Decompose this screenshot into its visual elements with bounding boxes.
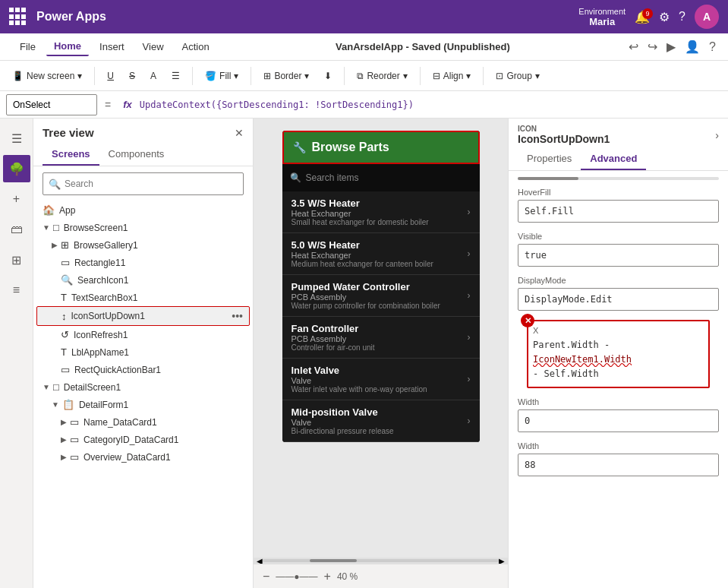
- props-tabs: Properties Advanced: [509, 148, 728, 171]
- data-icon-btn[interactable]: 🗃: [3, 216, 30, 243]
- error-box: ✕ X Parent.Width - IconNewItem1.Width - …: [527, 320, 710, 388]
- menu-action[interactable]: Action: [175, 38, 217, 55]
- canvas-scroll[interactable]: 🔧 Browse Parts 🔍 Search items 3.5 W/S He…: [254, 119, 508, 558]
- tree-item-browsegallery[interactable]: ▶ ⊞ BrowseGallery1: [36, 236, 250, 254]
- hoverfill-label: HoverFill: [518, 188, 719, 197]
- rect11-label: Rectangle11: [74, 258, 244, 268]
- tree-item-lblappname[interactable]: T LblAppName1: [36, 343, 250, 361]
- person-icon[interactable]: 👤: [685, 40, 700, 54]
- reorder-button[interactable]: ⧉ Reorder ▾: [351, 68, 413, 84]
- canvas-list-item-1[interactable]: 5.0 W/S Heater Heat Exchanger Medium hea…: [282, 233, 480, 275]
- list-item-text-3: Fan Controller PCB Assembly Controller f…: [292, 323, 468, 352]
- canvas-scrollbar[interactable]: ◀ ▶: [254, 558, 508, 564]
- font-format-button[interactable]: A: [144, 68, 162, 84]
- zoom-plus-button[interactable]: +: [324, 570, 331, 583]
- fill-chevron: ▾: [234, 71, 238, 81]
- canvas-list-item-0[interactable]: 3.5 W/S Heater Heat Exchanger Small heat…: [282, 191, 480, 233]
- canvas-list-item-3[interactable]: Fan Controller PCB Assembly Controller f…: [282, 317, 480, 359]
- tree-close-button[interactable]: ✕: [235, 127, 244, 139]
- help-icon[interactable]: ?: [679, 10, 685, 24]
- redo-icon[interactable]: ↪: [648, 40, 657, 54]
- tree-item-iconsortupdown[interactable]: ↕ IconSortUpDown1 •••: [36, 306, 250, 326]
- group-label: Group: [506, 71, 531, 81]
- property-dropdown[interactable]: OnSelect: [6, 94, 97, 115]
- toolbar-divider-1: [94, 67, 95, 85]
- tree-item-categorydatacard[interactable]: ▶ ▭ CategoryID_DataCard1: [36, 431, 250, 448]
- displaymode-input[interactable]: [518, 288, 719, 311]
- help-menu-icon[interactable]: ?: [709, 40, 716, 54]
- tree-item-detailscreen[interactable]: ▼ □ DetailScreen1: [36, 378, 250, 396]
- list-item-desc-1: Medium heat exchanger for canteen boiler: [292, 260, 468, 268]
- tree-item-browsescreen[interactable]: ▼ □ BrowseScreen1: [36, 219, 250, 236]
- tree-item-textsearchbox[interactable]: T TextSearchBox1: [36, 289, 250, 306]
- props-displaymode-section: DisplayMode: [509, 271, 728, 315]
- tree-content: 🏠 App ▼ □ BrowseScreen1 ▶ ⊞ BrowseGaller…: [33, 201, 253, 588]
- settings-icon[interactable]: ⚙: [659, 10, 670, 24]
- hamburger-icon-btn[interactable]: ☰: [3, 125, 30, 152]
- hoverfill-input[interactable]: [518, 200, 719, 223]
- detailform-chevron: ▼: [52, 400, 59, 409]
- border-button[interactable]: ⊞ Border ▾: [257, 68, 315, 84]
- menu-icons: ↩ ↪ ▶ 👤 ?: [629, 40, 716, 54]
- down-arrow-button[interactable]: ⬇: [318, 68, 338, 84]
- more-button[interactable]: •••: [232, 310, 243, 322]
- phone-search-text: Search items: [306, 172, 359, 183]
- new-screen-button[interactable]: 📱 New screen ▾: [6, 68, 88, 84]
- border-label: Border: [274, 71, 301, 81]
- add-icon-btn[interactable]: +: [3, 185, 30, 213]
- tab-components[interactable]: Components: [99, 144, 174, 166]
- formula-input[interactable]: [140, 94, 722, 115]
- tree-item-detailform[interactable]: ▼ 📋 DetailForm1: [36, 396, 250, 413]
- tree-item-namedatacard[interactable]: ▶ ▭ Name_DataCard1: [36, 413, 250, 431]
- tree-item-app[interactable]: 🏠 App: [36, 201, 250, 219]
- scroll-thumb[interactable]: [310, 559, 357, 562]
- user-avatar[interactable]: A: [695, 5, 719, 29]
- variables-icon-btn[interactable]: ≡: [3, 277, 30, 304]
- tab-screens[interactable]: Screens: [43, 144, 99, 166]
- props-expand-icon[interactable]: ›: [715, 129, 719, 141]
- menu-view[interactable]: View: [135, 38, 172, 55]
- tree-item-rect11[interactable]: ▭ Rectangle11: [36, 254, 250, 271]
- canvas-list-item-5[interactable]: Mid-position Valve Valve Bi-directional …: [282, 400, 480, 442]
- tab-properties[interactable]: Properties: [518, 148, 581, 170]
- components-icon-btn[interactable]: ⊞: [3, 246, 30, 273]
- canvas-list-item-2[interactable]: Pumped Water Controller PCB Assembly Wat…: [282, 275, 480, 317]
- group-button[interactable]: ⊡ Group ▾: [490, 68, 545, 84]
- group-chevron: ▾: [535, 71, 540, 81]
- underline-button[interactable]: U: [101, 68, 120, 84]
- list-item-text-4: Inlet Valve Valve Water inlet valve with…: [292, 365, 468, 394]
- align-button[interactable]: ☰: [165, 68, 186, 84]
- tree-view-icon-btn[interactable]: 🌳: [3, 155, 30, 182]
- align-tool-button[interactable]: ⊟ Align ▾: [427, 68, 477, 84]
- detailform-label: DetailForm1: [79, 400, 244, 410]
- strikethrough-button[interactable]: S: [123, 68, 141, 84]
- width-input-1[interactable]: [518, 409, 719, 432]
- tree-search-input[interactable]: [43, 172, 244, 195]
- width-input-2[interactable]: [518, 454, 719, 476]
- fx-button[interactable]: fx: [118, 99, 137, 110]
- tree-item-overviewdatacard[interactable]: ▶ ▭ Overview_DataCard1: [36, 448, 250, 466]
- scroll-track[interactable]: [263, 559, 499, 562]
- waffle-icon[interactable]: [9, 8, 27, 26]
- undo-icon[interactable]: ↩: [629, 40, 638, 54]
- zoom-minus-button[interactable]: −: [263, 570, 269, 583]
- visible-input[interactable]: [518, 244, 719, 267]
- visible-label: Visible: [518, 232, 719, 241]
- menu-insert[interactable]: Insert: [92, 38, 132, 55]
- new-screen-label: New screen: [27, 71, 74, 81]
- menu-home[interactable]: Home: [46, 37, 89, 56]
- menu-file[interactable]: File: [12, 38, 43, 55]
- tab-advanced[interactable]: Advanced: [581, 148, 646, 170]
- list-chevron-1: ›: [468, 248, 471, 259]
- play-icon[interactable]: ▶: [667, 40, 676, 54]
- zoom-slider[interactable]: ——●——: [276, 571, 317, 582]
- browsescreen-label: BrowseScreen1: [64, 223, 244, 233]
- list-item-title-3: Fan Controller: [292, 323, 468, 334]
- fill-button[interactable]: 🪣 Fill ▾: [199, 68, 244, 84]
- main-layout: ☰ 🌳 + 🗃 ⊞ ≡ Tree view ✕ Screens Componen…: [0, 119, 728, 588]
- tree-item-iconrefresh[interactable]: ↺ IconRefresh1: [36, 326, 250, 343]
- tree-item-searchicon[interactable]: 🔍 SearchIcon1: [36, 271, 250, 289]
- tree-item-rectquickactionbar[interactable]: ▭ RectQuickActionBar1: [36, 361, 250, 378]
- canvas-list-item-4[interactable]: Inlet Valve Valve Water inlet valve with…: [282, 359, 480, 400]
- list-chevron-0: ›: [468, 207, 471, 217]
